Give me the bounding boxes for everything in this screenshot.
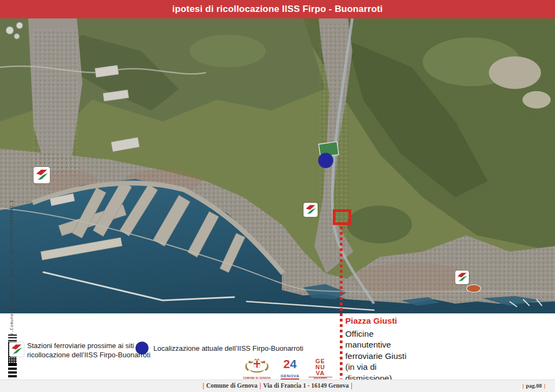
railway-station-marker-2 — [304, 203, 318, 217]
satellite-map-art — [0, 18, 555, 313]
callout-line: manutentive — [345, 339, 416, 351]
footer-separator: | — [349, 382, 355, 389]
protocol-stamp-vertical-text: c_d969.Comune di Genova - Rep. DL 18/03/… — [9, 202, 16, 350]
g24-digit-4: 4 — [290, 357, 296, 371]
fs-railway-icon — [455, 271, 469, 284]
callout-title: Piazza Giusti — [345, 316, 416, 327]
genoa-crest-icon — [242, 358, 272, 374]
callout-line: (in via di — [345, 362, 416, 373]
comune-di-genova-crest: COMUNE DI GENOVA — [242, 358, 272, 380]
footer-org: Comune di Genova — [206, 382, 257, 389]
g24-digit-2: 2 — [283, 357, 290, 371]
legend-station-icon — [9, 342, 24, 357]
footer-separator: | — [257, 382, 263, 389]
logo-row: COMUNE DI GENOVA 24 GENOVA GE NU VA 2024… — [242, 359, 332, 380]
fs-railway-icon — [9, 342, 24, 357]
piazza-giusti-callout: Piazza Giusti Officine manutentive ferro… — [345, 316, 416, 384]
footer-separator: | — [520, 383, 526, 389]
current-location-marker — [318, 153, 333, 168]
callout-line: ferroviarie Giusti — [345, 351, 416, 362]
genuva-row: GE — [308, 358, 332, 364]
barcode-segment — [8, 364, 17, 378]
fs-railway-icon — [304, 203, 318, 217]
genuva-row: NU — [308, 364, 332, 370]
callout-line: Officine — [345, 329, 416, 340]
page-title: ipotesi di ricollocazione IISS Firpo - B… — [172, 4, 383, 15]
footer-separator: | — [542, 383, 547, 389]
barcode-segment — [8, 335, 17, 342]
footer-address: |Comune di Genova|Via di Francia 1 - 161… — [0, 382, 555, 389]
satellite-map — [0, 18, 555, 313]
fs-railway-icon — [34, 167, 50, 183]
page-number-value: pag.08 — [526, 383, 541, 389]
footer-separator: | — [201, 382, 206, 389]
piazza-giusti-highlight-box — [333, 209, 351, 225]
legend-current-text: Localizzazione attuale dell’IISS Firpo-B… — [153, 344, 332, 353]
genuva-row: VA — [308, 370, 332, 376]
footer-street: Via di Francia 1 - 16149 Genova — [263, 382, 349, 389]
page-number: |pag.08| — [520, 383, 547, 389]
leader-dashed-line — [340, 227, 343, 379]
railway-station-marker-1 — [34, 167, 50, 183]
slide-footer: |Comune di Genova|Via di Francia 1 - 161… — [0, 380, 555, 392]
genuva-logo: GE NU VA 2024 EVENTS — [308, 358, 332, 380]
legend-current-location-dot — [135, 342, 149, 355]
g24-city-label: GENOVA — [281, 374, 300, 380]
genova-24-logo: 24 GENOVA — [279, 358, 301, 380]
railway-station-marker-3 — [455, 271, 469, 284]
slide-header: ipotesi di ricollocazione IISS Firpo - B… — [0, 0, 555, 18]
